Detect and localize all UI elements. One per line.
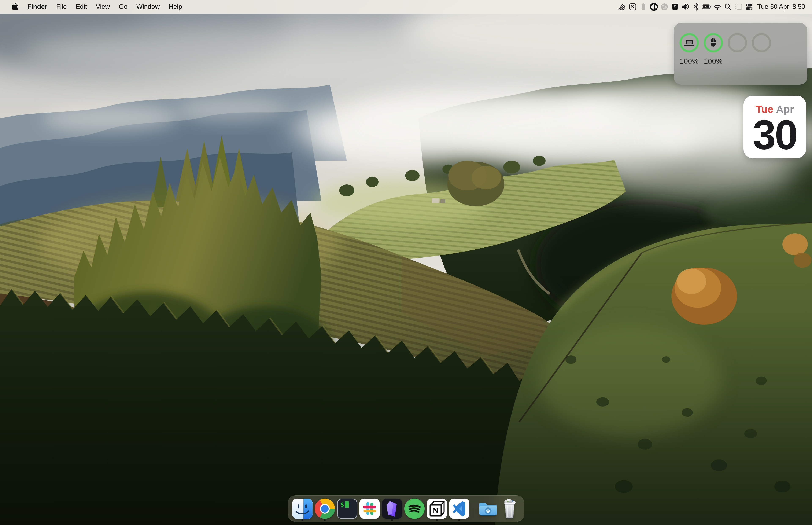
running-indicator <box>302 519 304 521</box>
vscode-icon <box>449 498 470 519</box>
svg-text:S: S <box>674 4 676 9</box>
clock-date: Tue 30 Apr <box>757 3 789 11</box>
slack-icon <box>359 498 380 519</box>
menu-item-edit[interactable]: Edit <box>71 0 91 14</box>
running-indicator <box>391 519 393 521</box>
dock-item-slack[interactable] <box>358 495 381 522</box>
wifi-icon[interactable] <box>712 0 722 14</box>
spotify-icon <box>404 498 425 519</box>
finder-icon <box>292 498 312 519</box>
dock-item-spotify[interactable] <box>403 495 426 522</box>
terminal-icon: $ <box>337 498 357 519</box>
laptop-battery-ring <box>679 33 699 53</box>
dock-separator <box>473 499 473 518</box>
bluetooth-icon[interactable] <box>691 0 701 14</box>
running-indicator <box>324 519 326 521</box>
obsidian-icon <box>382 498 402 519</box>
battery-slot-mouse: 100% <box>701 33 725 85</box>
svg-text:N: N <box>631 4 634 10</box>
running-indicator <box>436 519 438 521</box>
menu-bar: Finder File Edit View Go Window Help N <box>0 0 812 14</box>
menu-bar-status-area: N <box>617 0 812 14</box>
downloads-folder-icon <box>477 498 497 519</box>
svg-text:N: N <box>433 506 438 515</box>
empty-battery-ring <box>727 33 748 53</box>
apple-logo-icon <box>12 2 18 12</box>
trash-full-icon <box>500 498 520 519</box>
hatched-app-icon[interactable] <box>617 0 627 14</box>
dock-item-downloads[interactable] <box>476 495 499 522</box>
dock-item-terminal[interactable]: $ <box>336 495 358 522</box>
mouse-battery-percent: 100% <box>704 57 723 65</box>
clock-time: 8:50 <box>793 3 805 11</box>
empty-battery-ring <box>751 33 771 53</box>
desktop: Finder File Edit View Go Window Help N <box>0 0 812 525</box>
menu-item-window[interactable]: Window <box>132 0 164 14</box>
stage-manager-icon[interactable] <box>733 0 744 14</box>
control-center-icon[interactable] <box>744 0 754 14</box>
battery-slot-empty-1 <box>725 33 749 85</box>
menu-item-app-name[interactable]: Finder <box>23 0 52 14</box>
menu-item-help[interactable]: Help <box>164 0 186 14</box>
mouse-icon <box>711 38 716 47</box>
notion-icon: N <box>427 498 447 519</box>
battery-widget[interactable]: 100% 100% <box>674 23 807 85</box>
terminal-cursor <box>345 501 349 508</box>
spotlight-icon[interactable] <box>722 0 733 14</box>
menu-item-go[interactable]: Go <box>114 0 132 14</box>
dock-item-trash[interactable] <box>499 495 521 522</box>
menu-bar-left: Finder File Edit View Go Window Help <box>0 0 186 14</box>
mouse-battery-ring <box>703 33 723 53</box>
dock-item-vscode[interactable] <box>448 495 471 522</box>
dock-item-notion[interactable]: N <box>426 495 448 522</box>
dock: $ <box>288 495 524 522</box>
running-indicator <box>458 519 460 521</box>
apple-menu[interactable] <box>7 0 23 14</box>
terminal-prompt-glyph: $ <box>340 501 344 508</box>
dock-item-finder[interactable] <box>291 495 313 522</box>
battery-charging-icon[interactable] <box>701 0 712 14</box>
menu-item-file[interactable]: File <box>52 0 71 14</box>
menu-item-view[interactable]: View <box>91 0 114 14</box>
krisp-waveform-icon[interactable] <box>648 0 659 14</box>
globe-icon[interactable] <box>659 0 670 14</box>
s-app-icon[interactable]: S <box>670 0 680 14</box>
chrome-icon <box>315 498 335 519</box>
calendar-day: 30 <box>744 114 806 156</box>
laptop-battery-percent: 100% <box>680 57 699 65</box>
notion-menu-icon[interactable]: N <box>627 0 638 14</box>
volume-icon[interactable] <box>680 0 691 14</box>
laptop-icon <box>684 40 694 46</box>
mouse-battery-icon[interactable] <box>638 0 648 14</box>
calendar-widget[interactable]: Tue Apr 30 <box>744 95 806 158</box>
dock-item-obsidian[interactable] <box>381 495 403 522</box>
battery-slot-empty-2 <box>749 33 773 85</box>
menu-bar-clock[interactable]: Tue 30 Apr 8:50 <box>754 3 807 11</box>
dock-item-chrome[interactable] <box>313 495 336 522</box>
battery-slot-laptop: 100% <box>677 33 701 85</box>
